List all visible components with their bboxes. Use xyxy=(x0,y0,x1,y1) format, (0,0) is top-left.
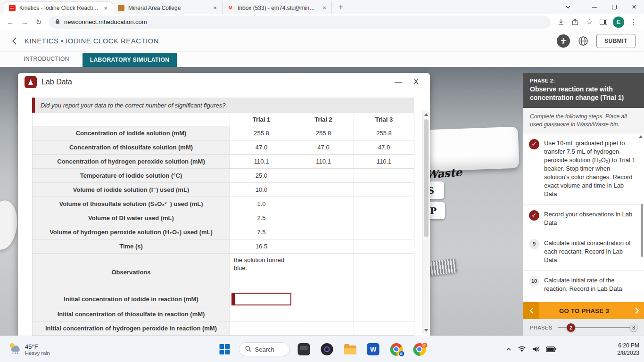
globe-language-icon[interactable] xyxy=(577,34,590,48)
cell-trial2[interactable] xyxy=(293,211,354,225)
browser-tab-college[interactable]: Mineral Area College × xyxy=(113,1,223,14)
go-to-phase-3-button[interactable]: GO TO PHASE 3 xyxy=(523,302,644,319)
cell-trial3[interactable] xyxy=(354,291,414,307)
menu-kebab-icon[interactable]: ⋮ xyxy=(627,16,640,29)
cell-trial3[interactable] xyxy=(354,211,414,225)
battery-icon[interactable] xyxy=(546,346,556,352)
lab-data-panel-header[interactable]: Lab Data — X xyxy=(18,73,430,91)
panel-close-icon[interactable]: X xyxy=(413,78,419,86)
scrollbar-thumb[interactable] xyxy=(424,119,429,237)
phase-back-chevron-icon[interactable] xyxy=(523,302,539,319)
cell-trial2[interactable] xyxy=(293,307,354,321)
chrome-profile-o-button[interactable]: 0 xyxy=(411,340,429,359)
cell-trial1[interactable]: 2.5 xyxy=(230,211,293,225)
cell-trial1[interactable]: 255.8 xyxy=(230,126,293,140)
steps-scroll-up-icon[interactable] xyxy=(639,135,643,138)
cell-trial1[interactable]: 10.0 xyxy=(230,183,293,197)
cell-trial3[interactable]: 47.0 xyxy=(354,140,414,155)
file-explorer-button[interactable] xyxy=(341,340,359,359)
cell-trial2[interactable]: 255.8 xyxy=(293,126,354,140)
tab-close-icon[interactable]: × xyxy=(321,4,328,11)
reload-icon[interactable]: ↻ xyxy=(32,16,45,29)
sig-figs-question: Did you report your data to the correct … xyxy=(32,98,414,113)
cell-trial1[interactable]: 110.1 xyxy=(230,155,293,169)
cell-trial1[interactable]: 16.5 xyxy=(230,239,293,254)
initial-iodide-concentration-input[interactable] xyxy=(231,293,291,305)
wifi-icon[interactable] xyxy=(518,346,526,353)
browser-tabstrip: Kinetics - Iodine Clock Reaction × Miner… xyxy=(0,0,644,14)
window-minimize-button[interactable] xyxy=(585,0,604,14)
chrome-profile-e-button[interactable]: E xyxy=(388,340,405,359)
cell-trial2[interactable] xyxy=(293,254,354,291)
cell-trial2[interactable] xyxy=(293,197,354,211)
cell-trial3[interactable] xyxy=(354,254,414,291)
cell-trial2[interactable] xyxy=(293,183,354,197)
lab-data-panel: Lab Data — X Did you report your data to… xyxy=(18,73,430,336)
phase-forward-chevron-icon[interactable] xyxy=(629,307,644,314)
cell-trial3[interactable] xyxy=(354,225,414,239)
tray-chevron-up-icon[interactable] xyxy=(506,347,512,351)
chrome-icon: E xyxy=(390,343,403,356)
tab-laboratory-simulation[interactable]: LABORATORY SIMULATION xyxy=(83,53,177,67)
browser-tab-inbox[interactable]: M Inbox (533) - em74.stu@minerala × xyxy=(223,1,332,14)
side-panel-icon[interactable] xyxy=(597,16,610,29)
weather-widget[interactable]: 45°F Heavy rain xyxy=(4,336,54,362)
panel-minimize-icon[interactable]: — xyxy=(395,78,402,86)
word-button[interactable]: W xyxy=(364,340,382,359)
forward-icon[interactable]: → xyxy=(18,16,31,29)
app-back-chevron-icon[interactable] xyxy=(8,34,21,48)
cell-trial3[interactable] xyxy=(354,197,414,211)
new-tab-button[interactable]: + xyxy=(335,1,347,13)
back-icon[interactable]: ← xyxy=(4,16,17,29)
browser-tab-kinetics[interactable]: Kinetics - Iodine Clock Reaction × xyxy=(4,1,113,14)
cell-trial2[interactable] xyxy=(293,225,354,239)
cell-trial3[interactable] xyxy=(354,321,414,336)
taskbar-clock[interactable]: 6:20 PM 2/8/2023 xyxy=(617,336,639,362)
cell-trial1[interactable]: 7.5 xyxy=(230,225,293,239)
cell-trial3[interactable]: 255.8 xyxy=(354,126,414,140)
cell-trial1[interactable]: 47.0 xyxy=(230,140,293,155)
cell-trial1[interactable] xyxy=(230,307,293,321)
tab-search-caret-icon[interactable] xyxy=(558,0,578,14)
row-label: Volume of DI water used (mL) xyxy=(33,211,230,225)
start-button[interactable] xyxy=(216,340,234,359)
steps-scrollbar-thumb[interactable] xyxy=(641,204,643,257)
cell-trial2[interactable] xyxy=(293,169,354,183)
tab-close-icon[interactable]: × xyxy=(102,5,109,12)
taskbar-app-icon-1[interactable] xyxy=(295,340,313,359)
cell-trial2[interactable]: 47.0 xyxy=(293,140,354,155)
window-close-button[interactable]: × xyxy=(624,0,644,14)
step-text: Calculate initial rate of the reaction. … xyxy=(544,276,636,293)
url-field[interactable]: newconnect.mheducation.com xyxy=(49,16,551,29)
cell-trial3[interactable] xyxy=(354,183,414,197)
submit-button[interactable]: SUBMIT xyxy=(596,34,636,48)
download-icon[interactable] xyxy=(554,16,568,29)
volume-icon[interactable] xyxy=(532,346,540,353)
waste-bin[interactable] xyxy=(425,127,520,172)
profile-avatar[interactable]: E xyxy=(613,16,624,28)
cell-trial3[interactable] xyxy=(354,307,414,321)
tab-introduction[interactable]: INTRODUCTION xyxy=(19,56,74,67)
cell-trial3[interactable] xyxy=(354,169,414,183)
taskbar-search[interactable]: Search xyxy=(239,342,290,356)
window-maximize-button[interactable] xyxy=(604,0,624,14)
cell-trial2[interactable]: 110.1 xyxy=(293,155,354,169)
panel-scrollbar[interactable] xyxy=(422,111,429,334)
cell-trial1[interactable]: 1.0 xyxy=(230,197,293,211)
share-icon[interactable] xyxy=(569,16,582,29)
accessibility-icon[interactable] xyxy=(557,34,570,48)
cell-trial3[interactable]: 110.1 xyxy=(354,155,414,169)
scroll-up-icon[interactable] xyxy=(424,113,428,116)
scroll-down-icon[interactable] xyxy=(424,329,428,332)
cell-trial1[interactable]: 25.0 xyxy=(230,169,293,183)
cell-trial2[interactable] xyxy=(293,239,354,254)
cell-trial1[interactable]: the solution turned blue. xyxy=(230,254,293,291)
bookmark-star-icon[interactable]: ☆ xyxy=(583,16,596,29)
cell-trial2[interactable] xyxy=(293,321,354,336)
cell-trial2[interactable] xyxy=(293,291,354,307)
taskbar-app-icon-2[interactable] xyxy=(318,340,336,359)
cell-trial3[interactable] xyxy=(354,239,414,254)
tab-close-icon[interactable]: × xyxy=(212,4,218,11)
table-row: Concentration of iodide solution (mM) 25… xyxy=(33,126,414,140)
cell-trial1[interactable] xyxy=(230,321,293,336)
